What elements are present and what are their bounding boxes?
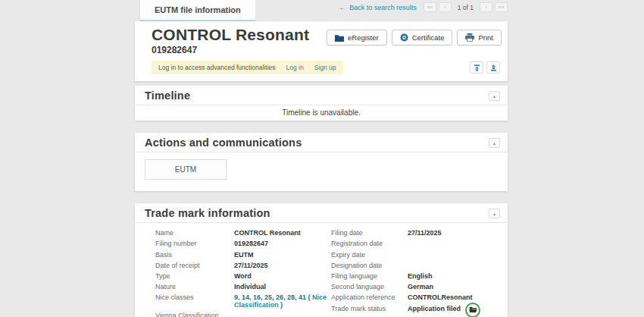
result-pager: «« ‹ 1 of 1 › »»: [424, 2, 508, 12]
field-value: Individual: [234, 284, 330, 291]
sign-up-link[interactable]: Sign up: [314, 64, 336, 71]
field-value: 019282647: [234, 240, 330, 248]
field-row-registration-date: Registration date: [331, 240, 497, 248]
trademark-info-section: Trade mark information ▴ Name CONTROL Re…: [135, 203, 508, 317]
fold-controls: [470, 61, 500, 74]
collapse-all-button[interactable]: [470, 61, 483, 74]
actions-section: Actions and communications ▴ EUTM: [135, 133, 508, 191]
field-value: English: [408, 273, 433, 281]
pager-last-button[interactable]: »»: [495, 2, 508, 12]
field-label: Type: [155, 273, 234, 281]
field-row-nature: Nature Individual: [155, 284, 331, 291]
field-label: Expiry date: [331, 252, 408, 259]
field-label: Registration date: [331, 240, 408, 248]
field-row-second-language: Second language German: [331, 284, 497, 291]
field-label: Filing date: [331, 230, 408, 237]
application-filed-status-icon: [465, 303, 480, 317]
expand-all-button[interactable]: [486, 61, 500, 74]
field-label: Second language: [331, 284, 408, 291]
action-buttons: eRegister Certificate: [327, 30, 502, 46]
field-label: Basis: [155, 252, 234, 259]
field-row-nice-classes: Nice classes 9, 14, 16, 25, 26, 28, 41 (…: [155, 294, 331, 309]
field-row-basis: Basis EUTM: [155, 252, 331, 259]
field-value: 27/11/2025: [234, 262, 330, 270]
certificate-label: Certificate: [412, 33, 445, 42]
pager-prev-button[interactable]: ‹: [439, 2, 452, 12]
login-notice-text: Log in to access advanced functionalitie…: [158, 64, 276, 71]
top-bar: EUTM file information ← Back to search r…: [135, 0, 508, 21]
nice-classes-value: 9, 14, 16, 25, 26, 28, 41 (: [234, 293, 311, 301]
eregister-button[interactable]: eRegister: [327, 30, 387, 46]
field-label: Nice classes: [155, 294, 234, 309]
collapse-all-icon: [474, 64, 480, 71]
filing-number-heading: 019282647: [152, 45, 309, 55]
back-link-label: Back to search results: [349, 4, 417, 11]
print-label: Print: [478, 33, 493, 42]
field-row-name: Name CONTROL Resonant: [155, 230, 331, 237]
field-label: Application reference: [331, 294, 408, 302]
field-value: CONTROLResonant: [408, 294, 473, 302]
actions-section-title: Actions and communications: [145, 137, 302, 149]
trade-mark-status-value: Application filed: [408, 306, 461, 313]
back-to-search-results-link[interactable]: ← Back to search results: [339, 3, 417, 11]
pager-position-label: 1 of 1: [458, 4, 474, 11]
field-value: 27/11/2025: [408, 230, 442, 237]
field-row-application-reference: Application reference CONTROLResonant: [331, 294, 497, 302]
field-label: Name: [155, 230, 234, 237]
field-row-type: Type Word: [155, 273, 331, 281]
trademark-fields-right: Filing date 27/11/2025 Registration date…: [331, 230, 497, 317]
trademark-collapse-button[interactable]: ▴: [489, 209, 500, 218]
field-label: Designation date: [331, 262, 408, 270]
trademark-section-title: Trade mark information: [145, 207, 270, 219]
title-block: CONTROL Resonant 019282647: [152, 26, 309, 55]
timeline-empty-message: Timeline is unavailable.: [135, 105, 508, 121]
field-value: German: [408, 284, 433, 291]
field-row-filing-language: Filing language English: [331, 273, 497, 281]
tab-eutm[interactable]: EUTM: [145, 159, 227, 180]
expand-all-icon: [490, 64, 497, 71]
field-value: EUTM: [234, 252, 330, 259]
field-label: Trade mark status: [331, 306, 408, 313]
trademark-fields-left: Name CONTROL Resonant Filing number 0192…: [155, 230, 331, 317]
printer-icon: [465, 33, 474, 42]
tab-eutm-file-information[interactable]: EUTM file information: [140, 0, 255, 21]
field-row-filing-date: Filing date 27/11/2025: [331, 230, 497, 237]
log-in-link[interactable]: Log in: [286, 64, 304, 71]
nice-classes-suffix: ): [280, 301, 283, 309]
eregister-label: eRegister: [348, 33, 379, 42]
field-label: Vienna Classification: [155, 312, 234, 317]
timeline-section-title: Timeline: [145, 89, 190, 102]
page-title: CONTROL Resonant: [152, 26, 309, 43]
field-row-filing-number: Filing number 019282647: [155, 240, 331, 248]
top-right-controls: ← Back to search results «« ‹ 1 of 1 › »…: [339, 0, 508, 12]
field-row-expiry-date: Expiry date: [331, 252, 497, 259]
field-label: Filing language: [331, 273, 408, 281]
field-row-trade-mark-status: Trade mark status Application filed: [331, 306, 497, 313]
field-value: Word: [234, 273, 330, 281]
field-label: Filing number: [155, 240, 234, 248]
field-label: Date of receipt: [155, 262, 234, 270]
main-content: EUTM file information ← Back to search r…: [135, 0, 508, 317]
timeline-collapse-button[interactable]: ▴: [489, 91, 500, 101]
trademark-header-card: CONTROL Resonant 019282647 eRegister: [135, 21, 508, 81]
back-arrow-icon: ←: [339, 3, 346, 11]
certificate-button[interactable]: Certificate: [392, 30, 453, 46]
print-button[interactable]: Print: [457, 30, 502, 46]
field-row-vienna-classification: Vienna Classification: [155, 312, 331, 317]
field-value: CONTROL Resonant: [234, 230, 330, 237]
certificate-icon: [400, 33, 408, 42]
login-notice-bar: Log in to access advanced functionalitie…: [152, 61, 343, 74]
field-row-date-of-receipt: Date of receipt 27/11/2025: [155, 262, 331, 270]
pager-next-button[interactable]: ›: [480, 2, 492, 12]
field-value: [234, 312, 330, 317]
timeline-section: Timeline ▴ Timeline is unavailable.: [135, 86, 508, 121]
field-label: Nature: [155, 284, 234, 291]
actions-collapse-button[interactable]: ▴: [489, 138, 500, 148]
pager-first-button[interactable]: ««: [424, 2, 436, 12]
field-row-designation-date: Designation date: [331, 262, 497, 270]
folder-icon: [335, 34, 344, 42]
